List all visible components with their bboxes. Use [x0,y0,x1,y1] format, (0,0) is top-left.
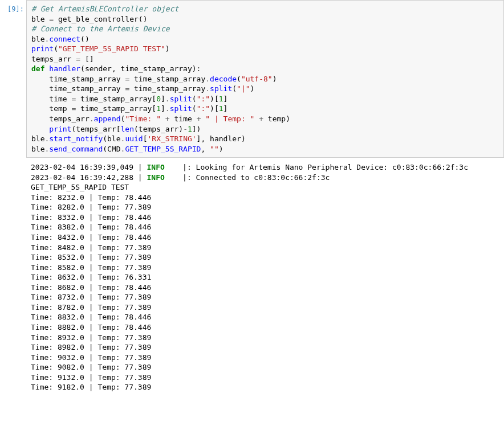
code-indent [31,84,49,93]
code-text: temps_arr [49,114,89,123]
code-text: temps_arr [31,55,76,63]
code-op: . [205,75,210,83]
code-text: time_stamp_array[ [76,104,156,113]
code-text: time_stamp_array [49,84,125,93]
output-row: Time: 9032.0 | Temp: 77.389 [31,353,499,363]
code-text: temp) [263,114,290,123]
code-call: print [49,125,71,133]
code-call: GET_TEMP_5S_RAPID [125,145,201,153]
code-call: len [121,125,134,133]
code-number: 1 [188,125,192,133]
log-msg: |: Looking for Artemis Nano Peripheral D… [165,163,468,171]
output-row: Time: 8482.0 | Temp: 77.389 [31,243,499,253]
code-op: . [90,114,94,123]
code-number: 1 [219,95,223,103]
code-number: 1 [156,104,161,113]
output-row: Time: 8632.0 | Temp: 76.331 [31,272,499,283]
output-row: Time: 8782.0 | Temp: 77.389 [31,302,499,313]
notebook: [9]: # Get ArtemisBLEController objectbl… [0,0,504,396]
output-header: GET_TEMP_5S_RAPID TEST [31,182,499,193]
output-cell: 2023-02-04 16:39:39,049 | INFO |: Lookin… [0,159,504,396]
log-level-info: INFO [147,173,165,182]
code-text: (CMD [103,145,120,153]
output-row: Time: 8232.0 | Temp: 78.446 [31,193,499,203]
code-text: temp [49,104,71,113]
code-op: = [76,55,80,63]
code-text: ) [165,44,170,53]
code-indent [31,104,49,113]
code-text: , [201,145,210,153]
output-prompt [0,159,26,163]
input-cell: [9]: # Get ArtemisBLEController objectbl… [0,0,504,159]
code-call: print [31,44,54,53]
code-string: "Time: " [125,114,161,123]
code-call: split [210,84,232,93]
code-text: (temps_arr) [134,125,183,133]
output-row: Time: 9132.0 | Temp: 77.389 [31,373,499,383]
cell-output: 2023-02-04 16:39:39,049 | INFO |: Lookin… [26,159,504,396]
log-ts: 2023-02-04 16:39:42,288 | [31,173,147,182]
code-text: ble [31,145,44,153]
code-op: = [49,15,54,23]
code-string: "utf-8" [241,75,273,83]
code-text: time [49,95,71,103]
output-row: Time: 8832.0 | Temp: 78.446 [31,312,499,322]
code-text: ] [223,95,228,103]
code-string: "" [210,145,219,153]
code-op: - [183,125,188,133]
code-string: "GET_TEMP_5S_RAPID TEST" [58,44,165,53]
code-input[interactable]: # Get ArtemisBLEController objectble = g… [26,0,504,158]
code-indent [31,75,49,83]
code-text: )[ [210,104,219,113]
output-row: Time: 9082.0 | Temp: 77.389 [31,362,499,373]
code-string: ":" [197,104,210,113]
code-text: get_ble_controller() [54,15,147,23]
code-text: ble [31,35,44,43]
code-string: 'RX_STRING' [148,134,197,143]
code-op: . [165,104,170,113]
code-text: (temps_arr[ [71,125,120,133]
code-call: append [94,114,121,123]
code-text: ) [273,75,277,83]
code-text: ( [192,104,197,113]
code-call: uuid [125,134,143,143]
output-row: Time: 8282.0 | Temp: 77.389 [31,202,499,212]
code-comment: # Connect to the Artemis Device [31,24,170,33]
code-text: time_stamp_array[ [76,95,156,103]
input-prompt: [9]: [0,0,26,14]
code-text: ) [250,84,255,93]
code-text: ] [161,104,165,113]
code-text: [] [80,55,94,63]
log-level-info: INFO [147,163,165,171]
code-text [161,114,165,123]
code-indent [31,114,49,123]
code-call: send_command [49,145,103,153]
code-text: )[ [210,95,219,103]
code-text: ( [232,84,237,93]
output-row: Time: 8682.0 | Temp: 78.446 [31,283,499,293]
output-row: Time: 8332.0 | Temp: 78.446 [31,212,499,223]
code-indent [31,95,49,103]
code-op: . [205,84,210,93]
code-text: time_stamp_array [129,75,205,83]
output-row: Time: 8382.0 | Temp: 78.446 [31,222,499,232]
code-text: ] [223,104,228,113]
code-text: ]) [192,125,201,133]
code-text: time [170,114,197,123]
code-string: "|" [237,84,250,93]
code-text: ble [31,15,49,23]
code-keyword: def [31,64,44,73]
code-text: time_stamp_array [49,75,125,83]
code-text: (sender, time_stamp_array): [80,64,201,73]
code-number: 1 [219,104,223,113]
code-defname: handler [49,64,80,73]
code-text: ( [54,44,58,53]
code-string: ":" [197,95,210,103]
code-op: + [165,114,170,123]
code-text: ) [219,145,223,153]
code-text: ( [192,95,197,103]
code-number: 0 [156,95,161,103]
code-call: split [170,95,192,103]
output-row: Time: 8732.0 | Temp: 77.389 [31,292,499,302]
output-row: Time: 8582.0 | Temp: 77.389 [31,263,499,273]
